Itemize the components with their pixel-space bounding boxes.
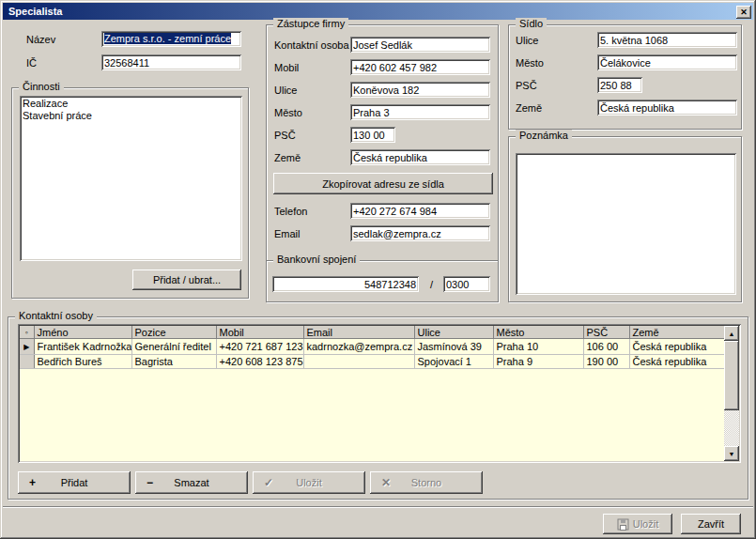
cross-icon: ✕ (381, 478, 391, 487)
delete-contact-button[interactable]: − Smazat (135, 471, 248, 494)
cell-zeme: Česká republika (629, 339, 724, 355)
mesto-input[interactable] (350, 104, 490, 120)
cell-ulice: Jasmínová 39 (414, 339, 493, 355)
add-contact-button[interactable]: + Přidat (18, 471, 131, 494)
zeme-label: Země (274, 152, 301, 163)
contacts-group-label: Kontaktní osoby (15, 310, 97, 322)
minus-icon: − (147, 478, 153, 487)
add-contact-label: Přidat (61, 477, 88, 488)
delete-contact-label: Smazat (174, 477, 208, 488)
sidlo-mesto-label: Město (516, 57, 544, 69)
telefon-label: Telefon (274, 206, 307, 217)
activities-listbox[interactable]: Realizace Stavební práce (20, 96, 242, 261)
cell-mesto: Praha 10 (493, 339, 583, 355)
current-row-icon: ▶ (23, 343, 29, 351)
mobil-input[interactable] (350, 59, 490, 75)
cell-ulice: Spojovací 1 (414, 355, 493, 369)
column-header-mesto[interactable]: Město (493, 326, 583, 339)
column-header-pozice[interactable]: Pozice (131, 326, 216, 339)
grid-vertical-scrollbar[interactable]: ▲ ▼ (724, 326, 739, 461)
window-title: Specialista (8, 6, 62, 17)
zastupce-group: Zástupce firmy Kontaktní osoba Mobil Uli… (266, 24, 499, 261)
footer-divider (3, 506, 753, 508)
contacts-group: Kontaktní osoby ◦ Jméno Pozice Mobil Ema… (8, 316, 748, 500)
account-separator: / (430, 279, 433, 290)
close-button[interactable]: Zavřít (681, 514, 741, 534)
column-header-jmeno[interactable]: Jméno (34, 326, 131, 339)
plus-icon: + (29, 478, 36, 487)
save-contact-button[interactable]: ✓ Uložit (253, 471, 365, 494)
zastupce-group-label: Zástupce firmy (273, 18, 348, 30)
scrollbar-thumb[interactable] (724, 341, 739, 410)
psc-label: PSČ (274, 130, 296, 141)
scroll-up-icon[interactable]: ▲ (724, 326, 739, 341)
column-header-psc[interactable]: PSČ (583, 326, 629, 339)
specialista-dialog: Specialista ✕ Název Zempra s.r.o. - zemn… (0, 0, 756, 539)
column-header-email[interactable]: Email (303, 326, 414, 339)
column-header-ulice[interactable]: Ulice (414, 326, 493, 339)
contact-person-label: Kontaktní osoba (274, 39, 349, 51)
contact-row[interactable]: ▶ František Kadrnožka Generální ředitel … (20, 339, 724, 355)
cell-psc: 106 00 (583, 339, 629, 355)
edit-activities-button[interactable]: Přidat / ubrat... (132, 270, 241, 290)
sidlo-zeme-label: Země (516, 102, 542, 114)
nazev-input[interactable]: Zempra s.r.o. - zemní práce (101, 31, 241, 47)
sidlo-psc-label: PSČ (516, 80, 537, 91)
cell-mobil: +420 608 123 875 (216, 355, 303, 369)
poznamka-textarea[interactable] (516, 153, 736, 295)
cell-pozice: Bagrista (131, 355, 216, 369)
save-button[interactable]: Uložit (603, 514, 672, 534)
ic-label: IČ (26, 57, 37, 69)
indicator-header-icon: ◦ (25, 328, 28, 337)
column-header-mobil[interactable]: Mobil (216, 326, 303, 339)
sidlo-mesto-input[interactable] (597, 54, 737, 70)
contact-row[interactable]: Bedřich Bureš Bagrista +420 608 123 875 … (20, 355, 724, 369)
activity-item[interactable]: Stavební práce (23, 110, 239, 122)
sidlo-ulice-input[interactable] (597, 32, 737, 48)
sidlo-ulice-label: Ulice (516, 35, 538, 46)
contact-person-input[interactable] (350, 37, 490, 53)
sidlo-group: Sídlo Ulice Město PSČ Země (508, 24, 742, 130)
account-number-input[interactable] (272, 276, 419, 292)
title-bar[interactable]: Specialista (3, 3, 753, 20)
sidlo-psc-input[interactable] (597, 77, 642, 93)
poznamka-group-label: Poznámka (516, 130, 572, 142)
ulice-label: Ulice (274, 85, 297, 96)
bank-group: Bankovní spojení / (266, 260, 499, 302)
mesto-label: Město (274, 107, 302, 118)
sidlo-group-label: Sídlo (516, 18, 547, 30)
zeme-input[interactable] (350, 149, 490, 165)
cinnosti-group-label: Činnosti (19, 81, 64, 93)
contacts-grid: ◦ Jméno Pozice Mobil Email Ulice Město P… (18, 324, 741, 463)
email-input[interactable] (350, 225, 490, 241)
cell-zeme: Česká republika (629, 355, 724, 369)
column-header-zeme[interactable]: Země (629, 326, 724, 339)
close-icon[interactable]: ✕ (736, 6, 751, 19)
nazev-selected-text: Zempra s.r.o. - zemní práce (104, 33, 231, 44)
telefon-input[interactable] (350, 203, 490, 219)
bank-code-input[interactable] (443, 276, 490, 292)
row-indicator-cell: ▶ (20, 339, 34, 355)
psc-input[interactable] (350, 127, 395, 143)
indicator-column-header[interactable]: ◦ (20, 326, 34, 339)
row-indicator-cell (20, 355, 34, 369)
ulice-input[interactable] (350, 82, 490, 98)
save-contact-label: Uložit (296, 477, 322, 488)
cell-mesto: Praha 9 (493, 355, 583, 369)
close-button-label: Zavřít (698, 518, 724, 530)
grid-header-row: ◦ Jméno Pozice Mobil Email Ulice Město P… (20, 326, 724, 339)
scroll-down-icon[interactable]: ▼ (724, 446, 739, 461)
activity-item[interactable]: Realizace (23, 98, 239, 110)
sidlo-zeme-input[interactable] (597, 100, 737, 116)
floppy-icon (617, 518, 629, 531)
cell-mobil: +420 721 687 123 (216, 339, 303, 355)
cell-jmeno: Bedřich Bureš (34, 355, 131, 369)
save-button-label: Uložit (633, 518, 659, 530)
cinnosti-group: Činnosti Realizace Stavební práce Přidat… (11, 87, 249, 299)
cell-email: kadrnozka@zempra.cz (303, 339, 414, 355)
ic-input[interactable] (101, 54, 241, 70)
copy-address-button[interactable]: Zkopírovat adresu ze sídla (273, 173, 493, 194)
cell-email (303, 355, 414, 369)
cancel-contact-button[interactable]: ✕ Storno (370, 471, 483, 494)
contacts-table: ◦ Jméno Pozice Mobil Email Ulice Město P… (20, 326, 725, 369)
